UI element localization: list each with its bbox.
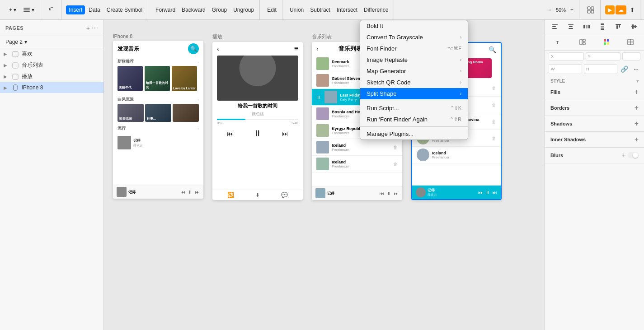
coord-x-input[interactable] bbox=[555, 54, 581, 59]
screen4-prev-btn[interactable]: ⏮ bbox=[478, 190, 483, 195]
screen4-del-1[interactable]: 🗑 bbox=[492, 86, 496, 91]
coord-r-input[interactable] bbox=[625, 54, 638, 59]
screen3-thumb-2 bbox=[316, 74, 329, 87]
rp-align-center-btn[interactable] bbox=[566, 22, 576, 33]
style-section-fills-header[interactable]: Fills + bbox=[545, 84, 644, 100]
menu-item-imagereplaste[interactable]: Image Replaste › bbox=[360, 54, 468, 65]
coord-y-input[interactable] bbox=[592, 54, 618, 59]
style-section-inner-shadows-header[interactable]: Inner Shadows + bbox=[545, 132, 644, 147]
svg-rect-10 bbox=[14, 85, 17, 90]
toolbar-ungroup-btn[interactable]: Ungroup bbox=[230, 5, 257, 14]
sidebar-item-favorites[interactable]: ▶ 喜欢 bbox=[0, 48, 103, 60]
svg-rect-30 bbox=[580, 39, 582, 45]
style-inner-shadows-add-btn[interactable]: + bbox=[635, 135, 639, 144]
main-area: PAGES + ⋯ Page 2 ▾ ▶ 喜欢 ▶ 音乐列表 bbox=[0, 20, 644, 330]
screen1-play-btn[interactable]: ⏸ bbox=[188, 190, 193, 195]
screen3-del-6[interactable]: 🗑 bbox=[393, 145, 398, 150]
toolbar-undo-btn[interactable] bbox=[45, 5, 58, 15]
rp-color-btn[interactable] bbox=[602, 37, 611, 48]
toolbar-backward-btn[interactable]: Backward bbox=[179, 5, 208, 14]
toolbar-create-symbol-btn[interactable]: Create Symbol bbox=[104, 5, 145, 14]
screen2-repeat-icon[interactable]: 🔁 bbox=[227, 192, 234, 198]
toolbar-union-btn[interactable]: Union bbox=[287, 5, 306, 14]
screen2-back-btn[interactable]: ‹ bbox=[217, 45, 219, 52]
toolbar-export-btn[interactable]: ⬆ bbox=[627, 5, 637, 14]
menu-item-runfontfinder[interactable]: Run 'Font Finder' Again ⌃⇧R bbox=[360, 114, 468, 125]
toolbar-cloud-btn[interactable]: ☁ bbox=[616, 5, 626, 14]
zoom-in-btn[interactable]: + bbox=[568, 5, 576, 14]
toolbar-intersect-btn[interactable]: Intersect bbox=[334, 5, 360, 14]
screen3-back-btn[interactable]: ‹ bbox=[316, 45, 319, 52]
rp-align-middle-btn[interactable] bbox=[629, 22, 639, 33]
pages-menu-btn[interactable]: ⋯ bbox=[92, 24, 98, 32]
rp-align-left-btn[interactable] bbox=[550, 22, 560, 33]
style-blurs-add-btn[interactable]: + bbox=[622, 151, 626, 159]
menu-item-grayscale[interactable]: Convert To Grayscale › bbox=[360, 32, 468, 43]
screen2-download-icon[interactable]: ⬇ bbox=[255, 192, 260, 198]
add-page-btn[interactable]: + bbox=[86, 24, 90, 32]
coord-w-input[interactable] bbox=[556, 66, 580, 72]
toolbar-data-btn[interactable]: Data bbox=[86, 5, 103, 14]
screen4-next-btn[interactable]: ⏭ bbox=[493, 190, 497, 195]
sidebar-item-playing[interactable]: ▶ 播放 bbox=[0, 71, 103, 82]
sidebar-item-musiclist[interactable]: ▶ 音乐列表 bbox=[0, 60, 103, 71]
toolbar-preview-btn[interactable]: ▶ bbox=[605, 5, 615, 14]
style-section-shadows-header[interactable]: Shadows + bbox=[545, 116, 644, 131]
screen4-del-4[interactable]: 🗑 bbox=[492, 136, 496, 141]
page-dropdown[interactable]: Page 2 ▾ bbox=[5, 39, 98, 45]
toolbar-view-btn[interactable] bbox=[584, 5, 597, 15]
rp-align-top-btn[interactable] bbox=[613, 22, 623, 33]
screen2-next-btn[interactable]: ⏭ bbox=[282, 130, 288, 137]
toolbar-difference-btn[interactable]: Difference bbox=[361, 5, 391, 14]
toolbar-insert-btn[interactable]: Insert bbox=[66, 5, 85, 14]
rp-text-btn[interactable]: T bbox=[554, 37, 564, 48]
style-borders-add-btn[interactable]: + bbox=[635, 104, 639, 112]
screen2-prev-btn[interactable]: ⏮ bbox=[227, 130, 233, 137]
menu-item-boldit[interactable]: Bold It bbox=[360, 20, 468, 32]
screen2-pause-btn[interactable]: ⏸ bbox=[254, 129, 262, 138]
sidebar-item-iphone8[interactable]: ▶ iPhone 8 bbox=[0, 82, 103, 93]
screen2-message-icon[interactable]: 💬 bbox=[281, 192, 288, 198]
style-shadows-add-btn[interactable]: + bbox=[635, 120, 639, 128]
screen4-del-3[interactable]: 🗑 bbox=[492, 119, 496, 124]
screen3-pause-btn[interactable]: ⏸ bbox=[387, 191, 391, 196]
rp-distribute-h-btn[interactable] bbox=[582, 22, 592, 33]
menu-item-fontfinder[interactable]: Font Finder ⌥⌘F bbox=[360, 43, 468, 54]
coord-lock-btn[interactable]: 🔗 bbox=[619, 64, 630, 74]
style-section-borders-header[interactable]: Borders + bbox=[545, 100, 644, 116]
rp-distribute-v-btn[interactable] bbox=[597, 22, 607, 33]
screen4-player-controls: ⏮ ⏸ ⏭ bbox=[478, 190, 497, 195]
zoom-out-btn[interactable]: − bbox=[545, 5, 554, 14]
rp-layout-btn[interactable] bbox=[578, 37, 588, 48]
rp-grid-btn[interactable] bbox=[625, 37, 635, 48]
coord-flip-btn[interactable]: ↔ bbox=[631, 64, 640, 74]
screen4-pause-btn[interactable]: ⏸ bbox=[485, 190, 490, 195]
screen3-del-7[interactable]: 🗑 bbox=[393, 162, 398, 167]
screen3-next-btn[interactable]: ⏭ bbox=[394, 191, 399, 196]
toolbar-add-btn[interactable]: + ▾ bbox=[6, 5, 19, 14]
toolbar-subtract-btn[interactable]: Subtract bbox=[307, 5, 333, 14]
screen1-prev-btn[interactable]: ⏮ bbox=[181, 190, 185, 195]
menu-item-splitshape[interactable]: Split Shape › bbox=[360, 88, 468, 99]
screen2-menu-btn[interactable]: ≡ bbox=[294, 45, 298, 53]
screen1-next-btn[interactable]: ⏭ bbox=[195, 190, 200, 195]
menu-item-runscript[interactable]: Run Script... ⌃⇧K bbox=[360, 102, 468, 114]
blurs-toggle[interactable] bbox=[628, 152, 639, 158]
toolbar-edit-btn[interactable]: Edit bbox=[264, 5, 279, 14]
menu-item-manageplugins[interactable]: Manage Plugins... bbox=[360, 128, 468, 139]
toolbar-forward-btn[interactable]: Forward bbox=[153, 5, 178, 14]
menu-item-mapgenerator[interactable]: Map Generator › bbox=[360, 65, 468, 77]
screen4-del-2[interactable]: 🗑 bbox=[492, 102, 496, 107]
screen1-card2: 给我一首歌的时间 bbox=[145, 66, 170, 91]
coord-h-input[interactable] bbox=[590, 66, 616, 72]
toolbar-layers-btn[interactable]: ▾ bbox=[20, 5, 37, 15]
style-fills-add-btn[interactable]: + bbox=[635, 88, 639, 96]
page-selector[interactable]: Page 2 ▾ bbox=[0, 36, 103, 48]
menu-item-qrcode[interactable]: Sketch QR Code › bbox=[360, 77, 468, 88]
screen3-prev-btn[interactable]: ⏮ bbox=[380, 191, 384, 196]
screen1-search-btn[interactable]: 🔍 bbox=[188, 43, 199, 54]
menu-label-mapgenerator: Map Generator bbox=[367, 68, 406, 74]
toolbar-group-btn[interactable]: Group bbox=[209, 5, 230, 14]
screen4-search-btn[interactable]: 🔍 bbox=[489, 46, 496, 53]
style-section-blurs-header[interactable]: Blurs + bbox=[545, 148, 644, 163]
